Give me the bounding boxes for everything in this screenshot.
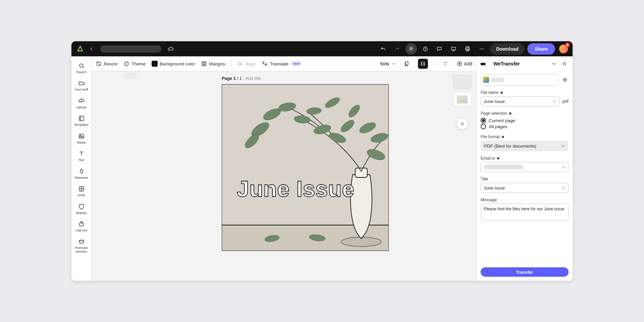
sidebar-item-search[interactable]: Search — [71, 60, 92, 76]
close-thumbs-button[interactable] — [457, 118, 468, 129]
email-to-input[interactable]: ✓ — [481, 162, 569, 172]
svg-point-2 — [425, 50, 426, 50]
elements-icon — [78, 168, 85, 175]
sidebar-item-text[interactable]: Text — [71, 148, 92, 164]
svg-point-18 — [125, 63, 126, 64]
share-button[interactable]: Share — [527, 43, 555, 55]
present-button[interactable] — [448, 43, 459, 55]
transfer-button[interactable]: Transfer — [481, 267, 569, 277]
more-button[interactable] — [476, 43, 487, 55]
brands-icon — [78, 203, 85, 210]
theme-button[interactable]: Theme — [123, 61, 146, 67]
radio-current-page[interactable]: Current page — [481, 118, 569, 123]
sidebar-item-addons[interactable]: Add-ons — [71, 219, 92, 234]
check-icon: ✓ — [553, 99, 556, 104]
new-badge: NEW — [291, 61, 302, 66]
sidebar-item-your-stuff[interactable]: Your stuff — [71, 78, 92, 93]
left-sidebar: Search Your stuff Upload Templates Media… — [71, 56, 92, 281]
context-toolbar: Resize Theme Background color Margins Al… — [92, 56, 476, 71]
canvas[interactable]: Page 1 / 1 - Add title — [92, 71, 476, 281]
margins-label: Margins — [209, 61, 225, 66]
user-avatar[interactable]: 5 — [559, 45, 568, 53]
sidebar-item-media[interactable]: Media — [71, 131, 92, 146]
canvas-headline[interactable]: June Issue — [237, 176, 355, 201]
cloud-sync-icon[interactable] — [166, 44, 175, 54]
bgcolor-button[interactable]: Background color — [152, 61, 195, 67]
sidebar-label: Add-ons — [75, 229, 87, 232]
app-logo[interactable] — [76, 45, 84, 53]
artboard[interactable]: June Issue — [222, 84, 389, 251]
sidebar-label: Your stuff — [75, 88, 88, 91]
sidebar-label: Media — [77, 141, 86, 144]
resize-button[interactable]: Resize — [96, 61, 117, 67]
sidebar-label: Premium member — [71, 246, 92, 253]
search-icon — [78, 62, 85, 69]
redo-button[interactable] — [391, 43, 403, 55]
delete-button[interactable] — [440, 59, 450, 69]
pages-button[interactable] — [402, 59, 412, 69]
email-to-label: Email to★ — [481, 156, 569, 161]
add-label: Add — [464, 61, 472, 66]
align-button[interactable]: Align — [237, 61, 256, 67]
zoom-level: 51% — [380, 61, 389, 66]
filename-input[interactable]: June Issue✓ — [481, 96, 559, 106]
sidebar-item-templates[interactable]: Templates — [71, 113, 92, 128]
help-button[interactable] — [420, 43, 431, 55]
sidebar-label: Templates — [74, 123, 89, 126]
sidebar-item-premium[interactable]: Premium member — [71, 236, 92, 255]
text-icon — [78, 150, 85, 157]
close-panel-button[interactable] — [560, 60, 569, 68]
page-selection-label: Page selection★ — [481, 111, 569, 116]
folder-icon — [78, 80, 85, 87]
sidebar-label: Grids — [77, 194, 85, 197]
sidebar-item-upload[interactable]: Upload — [71, 96, 92, 111]
toolbar-divider — [231, 60, 231, 67]
sidebar-label: Search — [76, 70, 86, 74]
download-button[interactable]: Download — [490, 43, 525, 55]
svg-rect-21 — [202, 62, 206, 66]
title-input[interactable]: June Issue✓ — [481, 183, 569, 193]
zoom-control[interactable]: 51% — [380, 61, 396, 66]
account-logo-icon — [483, 77, 489, 83]
back-button[interactable] — [87, 44, 96, 54]
wetransfer-logo-icon: we — [481, 61, 491, 66]
svg-rect-22 — [203, 63, 205, 65]
message-textarea[interactable]: Please find the files here for our June … — [481, 204, 569, 220]
svg-rect-28 — [355, 168, 367, 177]
main-area: Resize Theme Background color Margins Al… — [92, 56, 476, 281]
thumb-blank[interactable] — [453, 75, 472, 89]
margins-button[interactable]: Margins — [201, 61, 225, 67]
sidebar-item-elements[interactable]: Elements — [71, 166, 92, 181]
check-icon: ✓ — [562, 185, 566, 191]
thumb-page-1[interactable] — [453, 92, 472, 106]
file-format-select[interactable]: PDF (Best for documents) — [481, 141, 569, 151]
translate-button[interactable]: TranslateNEW — [262, 61, 302, 67]
svg-point-8 — [481, 48, 482, 49]
undo-button[interactable] — [377, 43, 389, 55]
wetransfer-panel: we WeTransfer — [476, 56, 573, 281]
view-mode-button[interactable] — [418, 59, 428, 69]
add-button[interactable]: Add — [457, 61, 472, 67]
app-body: Search Your stuff Upload Templates Media… — [71, 56, 573, 281]
upload-icon — [78, 98, 85, 104]
chevron-down-icon — [560, 144, 565, 148]
svg-point-17 — [124, 62, 128, 66]
page-indicator[interactable]: Page 1 / 1 - Add title — [222, 76, 261, 81]
radio-all-pages[interactable]: All pages — [481, 124, 569, 129]
svg-point-20 — [126, 64, 127, 65]
print-button[interactable] — [462, 43, 473, 55]
svg-point-13 — [80, 135, 81, 136]
sidebar-item-brands[interactable]: Brands — [71, 201, 92, 217]
settings-button[interactable] — [561, 76, 569, 84]
comments-button[interactable] — [434, 43, 445, 55]
account-select[interactable] — [481, 74, 558, 86]
panel-header: we WeTransfer — [477, 56, 573, 71]
message-label: Message — [481, 198, 569, 202]
collapse-panel-button[interactable] — [550, 60, 558, 68]
canvas-pill — [124, 72, 137, 78]
invite-button[interactable] — [406, 43, 417, 55]
sidebar-label: Text — [78, 158, 84, 162]
search-input[interactable] — [100, 45, 161, 53]
theme-label: Theme — [131, 61, 146, 66]
sidebar-item-grids[interactable]: Grids — [71, 183, 92, 199]
